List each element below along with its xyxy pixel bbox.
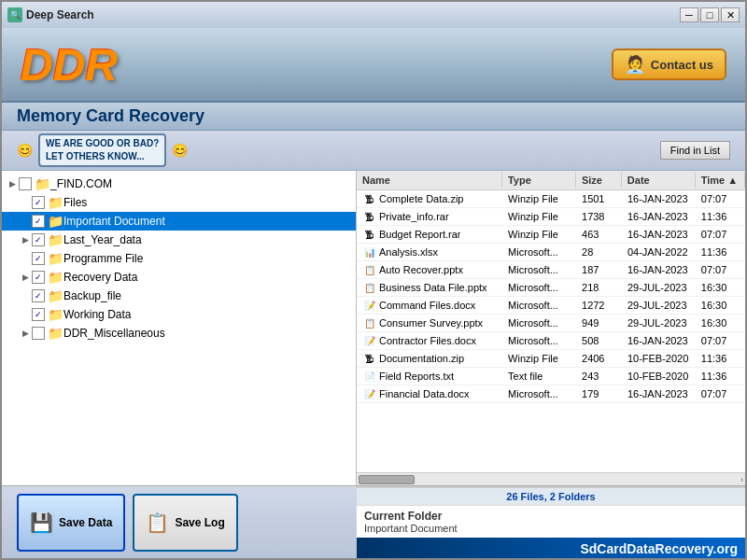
save-log-button[interactable]: 📋 Save Log	[133, 494, 237, 552]
tree-item-last-year[interactable]: ▶📁Last_Year_data	[2, 231, 356, 249]
tree-item-backup[interactable]: 📁Backup_file	[2, 287, 356, 305]
tree-item-important-doc[interactable]: 📁Important Document	[2, 212, 356, 231]
file-time-cell: 11:36	[696, 245, 745, 259]
file-name: Analysis.xlsx	[379, 246, 438, 258]
current-folder-value: Important Document	[364, 523, 738, 534]
file-type-icon: 🗜	[362, 192, 377, 205]
file-name-cell: 🗜 Documentation.zip	[357, 351, 502, 366]
file-name-cell: 📊 Analysis.xlsx	[357, 245, 502, 259]
save-log-icon: 📋	[146, 511, 169, 534]
file-type-icon: 📝	[362, 334, 377, 347]
folder-icon: 📁	[48, 251, 63, 266]
folder-icon: 📁	[48, 214, 63, 229]
tree-checkbox[interactable]	[32, 215, 45, 228]
table-row[interactable]: 📝 Financial Data.docx Microsoft... 179 1…	[357, 385, 745, 403]
file-name-cell: 🗜 Complete Data.zip	[357, 191, 502, 206]
col-header-name[interactable]: Name	[357, 173, 502, 188]
table-row[interactable]: 📋 Consumer Survey.pptx Microsoft... 949 …	[357, 315, 745, 332]
tree-checkbox[interactable]	[32, 233, 45, 246]
table-row[interactable]: 📋 Business Data File.pptx Microsoft... 2…	[357, 279, 745, 297]
feedback-badge: WE ARE GOOD OR BAD? LET OTHERS KNOW...	[38, 133, 166, 167]
file-name-cell: 📋 Business Data File.pptx	[357, 280, 502, 295]
tree-item-label: Files	[63, 196, 87, 209]
file-type-cell: Winzip File	[502, 352, 576, 365]
header-right: 🧑‍💼 Contact us	[612, 49, 726, 80]
tree-item-working[interactable]: 📁Working Data	[2, 305, 356, 324]
file-type-icon: 🗜	[362, 210, 377, 223]
ddr-logo: DDR	[21, 39, 118, 91]
table-row[interactable]: 📝 Command Files.docx Microsoft... 1272 2…	[357, 297, 745, 315]
tree-item-ddr-misc[interactable]: ▶📁DDR_Miscellaneous	[2, 324, 356, 343]
window-controls[interactable]: ─ □ ✕	[680, 7, 740, 22]
tree-item-find-com[interactable]: ▶📁_FIND.COM	[2, 175, 356, 193]
tree-item-label: Important Document	[63, 215, 165, 228]
file-size-cell: 187	[576, 263, 622, 276]
tree-expand-icon[interactable]: ▶	[6, 179, 19, 189]
h-scroll-thumb[interactable]	[359, 475, 415, 484]
table-row[interactable]: 📄 Field Reports.txt Text file 243 10-FEB…	[357, 368, 745, 385]
find-in-list-button[interactable]: Find in List	[660, 141, 730, 160]
tree-item-label: Recovery Data	[63, 271, 137, 284]
file-count-bar: 26 Files, 2 Folders	[357, 487, 745, 505]
tree-item-label: Working Data	[63, 308, 131, 321]
col-header-size[interactable]: Size	[576, 173, 622, 188]
table-row[interactable]: 🗜 Budget Report.rar Winzip File 463 16-J…	[357, 226, 745, 244]
contact-label: Contact us	[651, 58, 713, 72]
tree-item-label: _FIND.COM	[50, 177, 112, 190]
tree-item-files[interactable]: 📁Files	[2, 193, 356, 212]
folder-icon: 📁	[48, 195, 63, 210]
tree-item-recovery[interactable]: ▶📁Recovery Data	[2, 268, 356, 287]
tree-expand-icon[interactable]: ▶	[19, 329, 32, 338]
tree-checkbox[interactable]	[32, 252, 45, 265]
file-date-cell: 10-FEB-2020	[622, 370, 696, 383]
close-button[interactable]: ✕	[721, 7, 740, 22]
file-size-cell: 218	[576, 281, 622, 294]
table-row[interactable]: 🗜 Complete Data.zip Winzip File 1501 16-…	[357, 190, 745, 208]
file-time-cell: 11:36	[696, 210, 745, 223]
col-header-time[interactable]: Time ▲	[696, 173, 745, 188]
maximize-button[interactable]: □	[700, 7, 719, 22]
tree-expand-icon[interactable]: ▶	[19, 235, 32, 245]
tree-item-label: Last_Year_data	[63, 233, 142, 246]
horizontal-scrollbar[interactable]: ›	[357, 472, 745, 485]
file-type-cell: Microsoft...	[502, 334, 576, 347]
main-content: ▶📁_FIND.COM📁Files📁Important Document▶📁La…	[2, 171, 745, 486]
tree-area[interactable]: ▶📁_FIND.COM📁Files📁Important Document▶📁La…	[2, 171, 356, 485]
minimize-button[interactable]: ─	[680, 7, 698, 22]
table-row[interactable]: 📋 Auto Recover.pptx Microsoft... 187 16-…	[357, 261, 745, 279]
file-time-cell: 07:07	[696, 334, 745, 347]
file-name: Business Data File.pptx	[379, 282, 487, 293]
smiley-icon: 😊	[17, 143, 33, 158]
file-date-cell: 29-JUL-2023	[622, 299, 696, 312]
table-row[interactable]: 🗜 Private_info.rar Winzip File 1738 16-J…	[357, 208, 745, 226]
file-time-cell: 16:30	[696, 281, 745, 294]
table-row[interactable]: 📝 Contractor Files.docx Microsoft... 508…	[357, 332, 745, 350]
col-header-type[interactable]: Type	[502, 173, 576, 188]
file-list-header: Name Type Size Date Time ▲	[357, 171, 745, 190]
file-size-cell: 1738	[576, 210, 622, 223]
folder-icon: 📁	[35, 176, 50, 191]
file-date-cell: 04-JAN-2022	[622, 245, 696, 259]
table-row[interactable]: 📊 Analysis.xlsx Microsoft... 28 04-JAN-2…	[357, 244, 745, 261]
contact-button[interactable]: 🧑‍💼 Contact us	[612, 49, 726, 80]
file-count: 26 Files, 2 Folders	[506, 491, 595, 502]
tree-checkbox[interactable]	[32, 271, 45, 284]
file-size-cell: 243	[576, 370, 622, 383]
file-name: Private_info.rar	[379, 211, 449, 222]
file-size-cell: 949	[576, 316, 622, 329]
tree-expand-icon[interactable]: ▶	[19, 273, 32, 282]
save-data-button[interactable]: 💾 Save Data	[17, 494, 125, 552]
tree-item-programme[interactable]: 📁Programme File	[2, 249, 356, 268]
file-date-cell: 10-FEB-2020	[622, 352, 696, 365]
table-row[interactable]: 🗜 Documentation.zip Winzip File 2406 10-…	[357, 350, 745, 368]
tree-checkbox[interactable]	[32, 327, 45, 340]
file-date-cell: 16-JAN-2023	[622, 387, 696, 400]
file-name: Command Files.docx	[379, 300, 475, 311]
tree-checkbox[interactable]	[32, 196, 45, 209]
col-header-date[interactable]: Date	[622, 173, 696, 188]
tree-checkbox[interactable]	[32, 308, 45, 321]
tree-checkbox[interactable]	[32, 289, 45, 302]
tree-checkbox[interactable]	[19, 177, 32, 190]
file-type-cell: Winzip File	[502, 228, 576, 241]
file-list[interactable]: 🗜 Complete Data.zip Winzip File 1501 16-…	[357, 190, 745, 472]
